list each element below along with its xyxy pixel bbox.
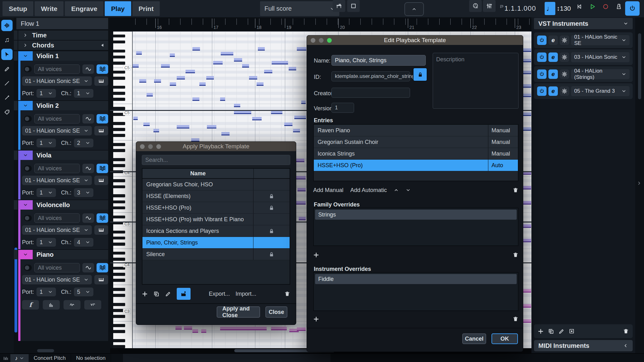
concert-pitch-toggle[interactable]: Concert Pitch: [29, 354, 71, 362]
entry-row[interactable]: Iconica StringsManual: [314, 148, 518, 160]
keys-button[interactable]: [94, 76, 108, 86]
poly-wave-button[interactable]: [97, 64, 108, 74]
play-button[interactable]: [587, 0, 598, 13]
midi-note[interactable]: [294, 116, 306, 119]
override-item[interactable]: Strings: [315, 210, 517, 220]
midi-note[interactable]: [136, 51, 142, 55]
midi-note[interactable]: [207, 125, 216, 129]
channel-select[interactable]: 2: [74, 139, 93, 147]
mixer-button[interactable]: [483, 0, 496, 12]
midi-note[interactable]: [206, 76, 214, 80]
dynamics-button[interactable]: f: [22, 300, 39, 310]
trash-icon[interactable]: [513, 316, 519, 322]
metronome-button[interactable]: [613, 0, 625, 13]
track-header[interactable]: Viola: [18, 151, 108, 160]
power-button[interactable]: [537, 69, 547, 79]
tab-print[interactable]: Print: [132, 1, 160, 16]
midi-note[interactable]: [272, 61, 288, 64]
video-reel-button[interactable]: [469, 0, 482, 12]
midi-note[interactable]: [295, 159, 304, 162]
window-control-light[interactable]: [148, 144, 153, 149]
midi-note[interactable]: [133, 117, 138, 120]
midi-note[interactable]: [295, 176, 306, 179]
voices-toggle[interactable]: [24, 165, 32, 172]
track-collapse-button[interactable]: [18, 51, 33, 61]
plugin-select[interactable]: 01 - HALion Sonic SE: [22, 76, 92, 86]
keys-button[interactable]: [94, 176, 108, 185]
chevron-right-icon[interactable]: [18, 33, 32, 38]
pitch-wave-button[interactable]: [64, 300, 80, 310]
midi-note[interactable]: [170, 53, 175, 57]
import-button[interactable]: Import...: [236, 291, 256, 297]
port-select[interactable]: 1: [36, 89, 56, 98]
search-input[interactable]: Search...: [142, 155, 290, 165]
frame-button[interactable]: [347, 0, 360, 12]
trash-icon[interactable]: [513, 252, 519, 258]
tempo-display[interactable]: ↕130: [557, 2, 571, 15]
midi-note[interactable]: [201, 329, 206, 333]
grid-resolution-select[interactable]: ♪: [10, 354, 29, 362]
midi-note[interactable]: [184, 326, 192, 330]
pencil-icon[interactable]: [558, 328, 564, 334]
keys-button[interactable]: [94, 126, 108, 135]
midi-instruments-header[interactable]: MIDI Instruments: [534, 340, 633, 351]
instrument-overrides-list[interactable]: Fiddle: [313, 272, 519, 311]
midi-note[interactable]: [523, 239, 531, 242]
midi-note[interactable]: [523, 71, 531, 74]
template-row[interactable]: Piano, Choir, Strings: [142, 237, 290, 249]
midi-note[interactable]: [186, 70, 195, 73]
midi-note[interactable]: [220, 327, 267, 330]
midi-note[interactable]: [523, 319, 531, 323]
midi-note[interactable]: [234, 58, 242, 62]
midi-note[interactable]: [221, 132, 230, 135]
add-icon[interactable]: [538, 328, 544, 334]
mono-wave-button[interactable]: [82, 64, 94, 74]
keys-button[interactable]: [94, 275, 108, 284]
voices-field[interactable]: All voices: [34, 164, 80, 173]
midi-note[interactable]: [293, 129, 300, 132]
gear-button[interactable]: [560, 69, 569, 79]
add-icon[interactable]: [313, 316, 319, 322]
voices-field[interactable]: All voices: [34, 114, 80, 123]
edit-instrument-button[interactable]: e: [548, 36, 558, 45]
notes-tool[interactable]: ♫: [1, 34, 13, 46]
port-select[interactable]: 1: [36, 139, 56, 147]
midi-note[interactable]: [221, 52, 233, 55]
factory-template-button[interactable]: [177, 288, 191, 300]
vst-plugin-select[interactable]: 01 - HALion Sonic SE: [571, 35, 630, 45]
vst-plugin-select[interactable]: 03 - HALion Sonic: [571, 52, 630, 62]
plugin-select[interactable]: 01 - HALion Sonic SE: [22, 176, 92, 185]
midi-note[interactable]: [523, 224, 531, 228]
chevron-up-icon[interactable]: [394, 188, 399, 193]
velocity-bars-button[interactable]: [43, 300, 60, 310]
midi-note[interactable]: [192, 329, 198, 333]
tab-play[interactable]: Play: [105, 1, 131, 16]
export-button[interactable]: Export...: [209, 291, 230, 297]
quarter-note-icon[interactable]: ♩: [545, 2, 555, 15]
creator-field[interactable]: [331, 88, 410, 98]
port-select[interactable]: 1: [36, 188, 56, 197]
track-scrollbar-thumb[interactable]: [37, 349, 54, 352]
id-field[interactable]: ktemplate.user.piano_choir_strings: [331, 71, 410, 81]
midi-note[interactable]: [264, 70, 272, 73]
power-button[interactable]: [625, 1, 640, 16]
trash-icon[interactable]: [513, 187, 519, 193]
chevron-down-icon[interactable]: [406, 188, 411, 193]
voices-field[interactable]: All voices: [34, 213, 80, 223]
keys-button[interactable]: [94, 225, 108, 235]
window-control-light[interactable]: [140, 144, 145, 149]
tag-tool[interactable]: [1, 107, 13, 118]
duplicate-icon[interactable]: [548, 328, 554, 334]
midi-note[interactable]: [161, 64, 170, 68]
midi-note[interactable]: [523, 59, 531, 62]
techniques-button[interactable]: [84, 300, 101, 310]
mono-wave-button[interactable]: [82, 213, 94, 223]
record-button[interactable]: [600, 0, 611, 13]
poly-wave-button[interactable]: [97, 114, 108, 123]
track-row-time[interactable]: Time: [18, 30, 108, 40]
tab-engrave[interactable]: Engrave: [65, 1, 103, 16]
edit-instrument-button[interactable]: e: [548, 86, 558, 96]
vst-plugin-select[interactable]: 05 - The Grand 3: [571, 86, 630, 96]
apply-and-close-button[interactable]: Apply and Close: [217, 306, 260, 318]
add-manual-button[interactable]: Add Manual: [313, 187, 343, 194]
